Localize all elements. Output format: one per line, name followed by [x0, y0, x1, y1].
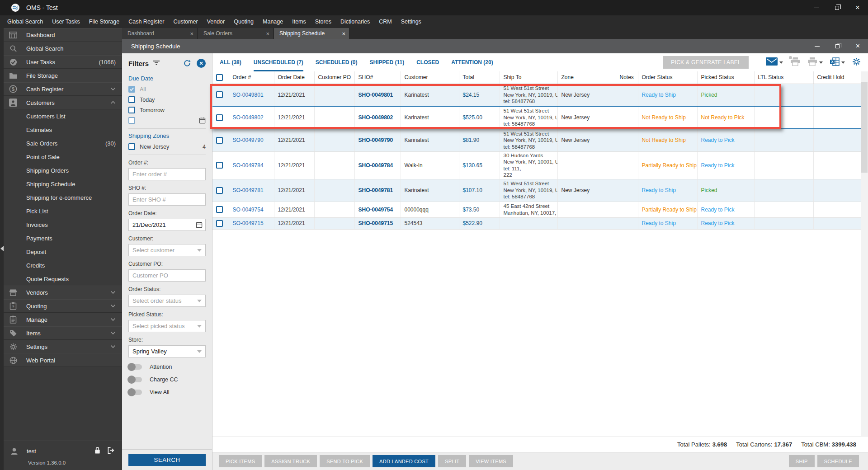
table-row[interactable]: SO-0049715 12/21/2021 SHO-0049715 524543…: [212, 217, 861, 229]
close-tab-icon[interactable]: ×: [342, 30, 345, 37]
col-customer[interactable]: Customer: [401, 71, 459, 84]
pick-items-button[interactable]: PICK ITEMS: [219, 455, 262, 467]
sidebar-item-web-portal[interactable]: Web Portal: [0, 353, 122, 367]
print-label-button[interactable]: [790, 57, 800, 68]
table-row[interactable]: SO-0049754 12/21/2021 SHO-0049754 00000q…: [212, 202, 861, 217]
sidebar-item-manage[interactable]: Manage: [0, 313, 122, 326]
sidebar-subitem-credits[interactable]: Credits: [0, 258, 122, 272]
order-status-select[interactable]: Select order status: [128, 295, 206, 307]
ship-button[interactable]: SHIP: [789, 455, 815, 467]
col-zone[interactable]: Zone: [557, 71, 616, 84]
menu-file-storage[interactable]: File Storage: [85, 15, 124, 28]
lock-icon[interactable]: [94, 446, 101, 456]
sidebar-subitem-invoices[interactable]: Invoices: [0, 218, 122, 231]
view-all-toggle-row[interactable]: View All: [128, 389, 206, 395]
close-tab-icon[interactable]: ×: [266, 30, 269, 37]
table-row[interactable]: SO-0049790 12/21/2021 SHO-0049790 Karina…: [212, 129, 861, 151]
print-button[interactable]: [807, 57, 823, 68]
col-ship-to[interactable]: Ship To: [500, 71, 557, 84]
checkbox[interactable]: [128, 96, 135, 103]
tab-dashboard[interactable]: Dashboard ×: [122, 28, 198, 39]
due-date-option-custom[interactable]: [128, 117, 206, 124]
col-total[interactable]: Total: [459, 71, 500, 84]
row-checkbox[interactable]: [216, 162, 223, 169]
split-button[interactable]: SPLIT: [438, 455, 466, 467]
attention-toggle-row[interactable]: Attention: [128, 364, 206, 370]
status-tab-unscheduled[interactable]: UNSCHEDULED (7): [254, 53, 303, 71]
scrollbar-thumb[interactable]: [861, 82, 868, 173]
sidebar-item-user-tasks[interactable]: User Tasks (1066): [0, 55, 122, 69]
sidebar-item-file-storage[interactable]: File Storage: [0, 69, 122, 82]
app-restore-button[interactable]: [826, 0, 847, 15]
sho-link[interactable]: SHO-0049754: [359, 207, 393, 213]
sidebar-item-items[interactable]: Items: [0, 326, 122, 340]
close-tab-icon[interactable]: ×: [190, 30, 193, 37]
order-link[interactable]: SO-0049715: [233, 220, 264, 226]
menu-vendor[interactable]: Vendor: [203, 15, 230, 28]
menu-items[interactable]: Items: [288, 15, 311, 28]
select-all-header[interactable]: [212, 71, 229, 84]
menu-cash-register[interactable]: Cash Register: [124, 15, 169, 28]
status-tab-shipped[interactable]: SHIPPED (11): [369, 53, 404, 71]
app-close-button[interactable]: ×: [847, 0, 868, 15]
toggle-off[interactable]: [128, 377, 142, 382]
sidebar-item-settings[interactable]: Settings: [0, 340, 122, 353]
menu-user-tasks[interactable]: User Tasks: [47, 15, 85, 28]
toggle-off[interactable]: [128, 390, 142, 395]
sidebar-subitem-point-of-sale[interactable]: Point of Sale: [0, 150, 122, 164]
menu-global-search[interactable]: Global Search: [3, 15, 47, 28]
menu-settings[interactable]: Settings: [396, 15, 426, 28]
logout-icon[interactable]: [107, 446, 115, 456]
toggle-off[interactable]: [128, 364, 142, 370]
schedule-button[interactable]: SCHEDULE: [817, 455, 859, 467]
store-select[interactable]: Spring Valley: [128, 345, 206, 357]
sho-link[interactable]: SHO-0049784: [359, 162, 393, 169]
sidebar-item-quoting[interactable]: ? Quoting: [0, 299, 122, 313]
calendar-icon[interactable]: [199, 117, 206, 124]
email-button[interactable]: [766, 57, 783, 67]
sho-link[interactable]: SHO-0049715: [359, 220, 393, 226]
status-tab-attention[interactable]: ATTENTION (20): [451, 53, 493, 71]
sidebar-item-vendors[interactable]: Vendors: [0, 286, 122, 299]
checkbox[interactable]: [128, 143, 135, 150]
sidebar-subitem-pick-list[interactable]: Pick List: [0, 204, 122, 218]
assign-truck-button[interactable]: ASSIGN TRUCK: [264, 455, 317, 467]
sidebar-item-dashboard[interactable]: Dashboard: [0, 28, 122, 42]
panel-restore-button[interactable]: [827, 39, 848, 53]
search-button[interactable]: SEARCH: [128, 454, 206, 466]
sidebar-subitem-sale-orders[interactable]: Sale Orders(30): [0, 136, 122, 150]
menu-dictionaries[interactable]: Dictionaries: [336, 15, 374, 28]
due-date-option-all[interactable]: All: [128, 86, 206, 93]
order-no-input[interactable]: [128, 168, 206, 180]
menu-manage[interactable]: Manage: [258, 15, 288, 28]
col-order-status[interactable]: Order Status: [638, 71, 697, 84]
col-ltl-status[interactable]: LTL Status: [754, 71, 813, 84]
sidebar-subitem-payments[interactable]: Payments: [0, 231, 122, 245]
row-checkbox[interactable]: [216, 220, 223, 227]
send-to-pick-button[interactable]: SEND TO PICK: [320, 455, 370, 467]
sho-no-input[interactable]: [128, 193, 206, 206]
col-sho[interactable]: SHO#: [354, 71, 401, 84]
sho-link[interactable]: SHO-0049790: [359, 137, 393, 143]
sidebar-subitem-deposit[interactable]: Deposit: [0, 245, 122, 258]
sidebar-subitem-shipping-schedule[interactable]: Shipping Schedule: [0, 177, 122, 191]
col-order[interactable]: Order #: [229, 71, 274, 84]
due-date-option-tomorrow[interactable]: Tomorrow: [128, 107, 206, 113]
sidebar-subitem-estimates[interactable]: Estimates: [0, 123, 122, 136]
pick-generate-label-button[interactable]: PICK & GENERATE LABEL: [663, 56, 749, 69]
order-date-input[interactable]: [128, 219, 206, 231]
order-link[interactable]: SO-0049790: [233, 137, 264, 143]
status-tab-all[interactable]: ALL (38): [220, 53, 241, 71]
select-all-checkbox[interactable]: [216, 74, 223, 81]
refresh-filters-icon[interactable]: [183, 59, 191, 67]
col-order-date[interactable]: Order Date: [274, 71, 314, 84]
picked-status-select[interactable]: Select picked status: [128, 320, 206, 332]
checkbox-checked[interactable]: [128, 86, 135, 93]
col-credit-hold[interactable]: Credit Hold: [813, 71, 861, 84]
close-filters-icon[interactable]: ✕: [197, 59, 206, 68]
sidebar-item-global-search[interactable]: Global Search: [0, 42, 122, 55]
menu-stores[interactable]: Stores: [311, 15, 336, 28]
checkbox[interactable]: [128, 117, 135, 124]
sidebar-subitem-shipping-orders[interactable]: Shipping Orders: [0, 164, 122, 177]
view-items-button[interactable]: VIEW ITEMS: [469, 455, 513, 467]
